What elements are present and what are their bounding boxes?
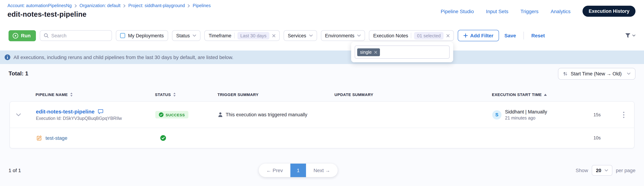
my-deployments-label: My Deployments: [128, 33, 164, 38]
next-page-button[interactable]: Next →: [306, 168, 338, 173]
search-input[interactable]: [51, 33, 108, 38]
breadcrumb-pipelines[interactable]: Pipelines: [193, 3, 210, 8]
tab-triggers[interactable]: Triggers: [520, 8, 538, 14]
timeframe-clear-icon[interactable]: [272, 34, 276, 37]
column-header-status[interactable]: STATUS: [155, 92, 218, 97]
execution-id: Execution Id: DSkYV3upQBuqBGpqYBRIlw: [36, 116, 155, 121]
plus-icon: [464, 34, 468, 38]
column-header-label: EXECUTION START TIME: [492, 92, 542, 97]
column-header-label: PIPELINE NAME: [36, 92, 68, 97]
execution-row-card: edit-notes-test-pipeline Execution Id: D…: [10, 101, 634, 148]
timeframe-label: Timeframe: [208, 33, 231, 38]
pagination-controls: ← Prev 1 Next →: [259, 164, 338, 177]
breadcrumb-account[interactable]: Account: automationPipelinesNg: [8, 3, 72, 8]
execution-notes-dropdown-panel: single: [351, 42, 453, 62]
execution-notes-filter[interactable]: Execution Notes 01 selected: [369, 30, 454, 41]
execution-pipeline-link[interactable]: edit-notes-test-pipeline: [36, 108, 94, 114]
check-circle-icon: [159, 112, 164, 117]
services-filter-dropdown[interactable]: Services: [284, 30, 317, 41]
execution-notes-comment-icon[interactable]: [98, 109, 104, 114]
stage-link[interactable]: test-stage: [46, 135, 67, 141]
status-filter-label: Status: [176, 33, 190, 38]
my-deployments-toggle[interactable]: My Deployments: [116, 30, 168, 41]
avatar: S: [492, 110, 502, 119]
column-header-pipeline-name[interactable]: PIPELINE NAME: [27, 92, 155, 97]
status-filter-dropdown[interactable]: Status: [172, 30, 201, 41]
environments-filter-label: Environments: [325, 33, 354, 38]
prev-page-button[interactable]: ← Prev: [259, 168, 290, 173]
stage-duration: 10s: [581, 136, 613, 140]
note-tag-remove-icon[interactable]: [374, 51, 377, 54]
status-badge-label: SUCCESS: [166, 112, 185, 117]
execution-row[interactable]: edit-notes-test-pipeline Execution Id: D…: [10, 102, 634, 128]
pipeline-top-nav: Pipeline Studio Input Sets Triggers Anal…: [441, 6, 636, 17]
status-cell: SUCCESS: [155, 111, 218, 118]
trigger-summary-text: This execution was triggered manually: [226, 112, 307, 117]
column-header-label: UPDATE SUMMARY: [334, 92, 373, 97]
stage-name-cell: test-stage: [27, 135, 155, 141]
tab-execution-history-active[interactable]: Execution History: [582, 6, 636, 17]
sort-dropdown-label: Start Time (New → Old): [570, 71, 622, 76]
sort-both-icon: [173, 92, 176, 97]
breadcrumb-project[interactable]: Project: siddhant-playground: [128, 3, 185, 8]
run-button[interactable]: Run: [8, 30, 36, 41]
divider: [524, 32, 524, 40]
chevron-down-icon: [357, 34, 361, 37]
custom-stage-icon: [36, 135, 42, 141]
table-header-row: PIPELINE NAME STATUS TRIGGER SUMMARY UPD…: [0, 92, 644, 97]
sort-dropdown[interactable]: Start Time (New → Old): [558, 68, 636, 80]
save-filter-button[interactable]: Save: [503, 33, 518, 38]
run-button-label: Run: [21, 33, 30, 38]
user-person-icon: [218, 112, 223, 117]
divider: [411, 33, 412, 38]
page-size-group: Show 20 per page: [576, 165, 636, 176]
execution-notes-clear-icon[interactable]: [446, 34, 450, 37]
my-deployments-checkbox[interactable]: [120, 33, 125, 38]
filter-selector-button[interactable]: [625, 33, 636, 38]
breadcrumb-organization[interactable]: Organization: default: [80, 3, 120, 8]
note-tag: single: [357, 48, 380, 56]
reset-filter-button[interactable]: Reset: [530, 33, 546, 38]
add-filter-button[interactable]: Add Filter: [458, 30, 499, 41]
total-count: Total: 1: [8, 70, 28, 77]
execution-notes-label: Execution Notes: [373, 33, 408, 38]
chevron-right-icon: [123, 4, 126, 7]
column-header-trigger-summary: TRIGGER SUMMARY: [218, 92, 334, 97]
pipeline-name-cell: edit-notes-test-pipeline Execution Id: D…: [27, 108, 155, 121]
add-filter-label: Add Filter: [470, 33, 494, 38]
divider: [234, 33, 234, 38]
chevron-right-icon: [74, 4, 77, 7]
trigger-summary-cell: This execution was triggered manually: [218, 112, 335, 117]
services-filter-label: Services: [288, 33, 306, 38]
execution-notes-tag-input[interactable]: single: [355, 46, 450, 59]
column-header-label: STATUS: [155, 92, 171, 97]
search-box: [40, 30, 112, 41]
sort-ascending-icon: [544, 93, 547, 96]
timeframe-filter[interactable]: Timeframe Last 30 days: [204, 30, 280, 41]
stage-status-cell: [155, 135, 218, 141]
row-expander-chevron-icon[interactable]: [10, 113, 27, 116]
page-1-button-active[interactable]: 1: [290, 164, 306, 177]
chevron-down-icon: [632, 34, 636, 37]
page-size-dropdown[interactable]: 20: [592, 165, 612, 176]
stage-row[interactable]: test-stage 10s: [10, 128, 634, 148]
page-header: Account: automationPipelinesNg Organizat…: [0, 0, 644, 22]
info-icon: [4, 54, 10, 60]
row-actions-kebab-icon[interactable]: [613, 112, 634, 118]
filter-toolbar: Run My Deployments Status Timeframe Last…: [0, 22, 644, 50]
environments-filter-dropdown[interactable]: Environments: [321, 30, 365, 41]
tab-analytics[interactable]: Analytics: [550, 8, 570, 14]
column-header-execution-start-time[interactable]: EXECUTION START TIME: [492, 92, 581, 97]
info-banner: All executions, including reruns and chi…: [0, 50, 644, 64]
sort-both-icon: [70, 92, 73, 97]
per-page-label: per page: [616, 168, 636, 173]
tab-pipeline-studio[interactable]: Pipeline Studio: [441, 8, 474, 14]
execution-relative-time: 21 minutes ago: [505, 116, 547, 120]
chevron-right-icon: [187, 4, 190, 7]
funnel-filter-icon: [625, 33, 631, 38]
column-header-label: TRIGGER SUMMARY: [218, 92, 258, 97]
tab-input-sets[interactable]: Input Sets: [486, 8, 508, 14]
execution-notes-value-chip: 01 selected: [414, 32, 444, 39]
summary-row: Total: 1 Start Time (New → Old): [0, 66, 644, 81]
run-play-icon: [12, 32, 18, 38]
